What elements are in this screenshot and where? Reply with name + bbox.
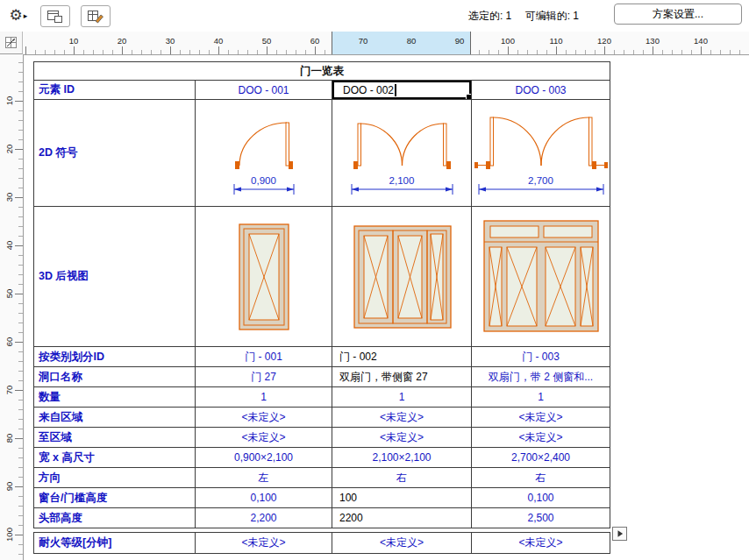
row-label-sill-height[interactable]: 窗台/门槛高度	[34, 488, 196, 508]
row-label-from-zone[interactable]: 来自区域	[34, 408, 196, 428]
row-label-to-zone[interactable]: 至区域	[34, 428, 196, 448]
ruler-label: 130	[644, 36, 661, 46]
row-label-3d-view[interactable]: 3D 后视图	[34, 207, 196, 347]
scroll-right-button[interactable]	[612, 527, 627, 541]
row-label-element-id[interactable]: 元素 ID	[34, 81, 196, 100]
cell-to-zone-2[interactable]: <未定义>	[332, 428, 472, 448]
row-label-opening-name[interactable]: 洞口名称	[34, 367, 196, 387]
ruler-label: 100	[4, 526, 15, 543]
cell-fire-rating-1[interactable]: <未定义>	[196, 533, 332, 554]
ruler-label: 10	[65, 36, 82, 46]
ruler-label: 40	[210, 36, 227, 46]
cell-element-id-2-editing[interactable]: DOO - 002	[332, 81, 472, 100]
cell-orientation-2[interactable]: 右	[332, 468, 472, 488]
ruler-label: 50	[258, 36, 275, 46]
row-label-id-by-type[interactable]: 按类别划分ID	[34, 347, 196, 367]
row-label-width-height[interactable]: 宽 x 高尺寸	[34, 448, 196, 468]
dimension-label: 0,900	[196, 175, 332, 186]
cell-orientation-1[interactable]: 左	[196, 468, 332, 488]
ruler-label: 110	[547, 36, 565, 46]
cell-quantity-3[interactable]: 1	[472, 387, 610, 408]
cell-width-height-1[interactable]: 0,900×2,100	[196, 448, 332, 468]
ruler-origin-icon	[4, 36, 18, 50]
cell-element-id-1[interactable]: DOO - 001	[196, 81, 332, 100]
cell-2d-symbol-1[interactable]: 0,900	[196, 100, 332, 207]
cell-from-zone-3[interactable]: <未定义>	[472, 408, 610, 428]
format-options-button[interactable]	[81, 5, 111, 27]
ruler-label: 70	[354, 36, 372, 46]
row-label-head-height[interactable]: 头部高度	[34, 508, 196, 528]
row-label-2d-symbol[interactable]: 2D 符号	[34, 100, 196, 207]
cell-fire-rating-2[interactable]: <未定义>	[332, 533, 472, 554]
cell-head-height-2[interactable]: 2200	[332, 508, 472, 528]
ruler-label: 30	[4, 188, 15, 206]
ruler-label: 30	[161, 36, 179, 46]
cell-head-height-3[interactable]: 2,500	[472, 508, 610, 528]
ruler-label: 70	[4, 381, 15, 399]
cell-3d-view-3[interactable]	[472, 207, 610, 347]
vertical-ruler[interactable]: 10 20 30 40 50 60 70 80 90 100	[0, 54, 24, 560]
cell-opening-name-2[interactable]: 双扇门，带侧窗 27	[332, 367, 472, 387]
horizontal-ruler[interactable]: 10 20 30 40 50 60 70 80 90 100 110 120 1…	[0, 32, 749, 55]
row-label-quantity[interactable]: 数量	[34, 387, 196, 408]
cell-3d-view-2[interactable]	[332, 207, 472, 347]
row-label-fire-rating[interactable]: 耐火等级[分钟]	[34, 533, 196, 554]
ruler-label: 80	[403, 36, 420, 46]
cell-width-height-2[interactable]: 2,100×2,100	[332, 448, 472, 468]
cell-sill-height-2[interactable]: 100	[332, 488, 472, 508]
selected-count: 1	[506, 10, 512, 22]
cell-sill-height-3[interactable]: 0,100	[472, 488, 610, 508]
editable-label: 可编辑的:	[525, 10, 570, 22]
door-3d-view-single	[196, 207, 332, 347]
dimension-label: 2,700	[472, 175, 610, 186]
ruler-label: 90	[4, 478, 15, 495]
selected-label: 选定的:	[468, 10, 503, 22]
cell-sill-height-1[interactable]: 0,100	[196, 488, 332, 508]
cell-2d-symbol-2[interactable]: 2,100	[332, 100, 472, 207]
door-schedule-table-continued: 耐火等级[分钟] <未定义> <未定义> <未定义>	[33, 532, 610, 554]
dimension-label: 2,100	[332, 175, 471, 186]
cell-id-by-type-3[interactable]: 门 - 003	[472, 347, 610, 367]
door-3d-view-double-sidelight	[332, 207, 472, 347]
ruler-label: 140	[692, 36, 710, 46]
cell-element-id-3[interactable]: DOO - 003	[472, 81, 610, 100]
dropdown-arrow-icon: ▸	[24, 11, 28, 20]
ruler-label: 40	[4, 237, 15, 254]
schedule-title[interactable]: 门一览表	[34, 62, 610, 81]
toolbar: ⚙ ▸ 选定的: 1 可编辑的: 1 方案设置...	[0, 0, 749, 32]
ruler-label: 10	[4, 92, 15, 110]
scheme-settings-button[interactable]: 方案设置...	[614, 4, 742, 25]
cell-from-zone-1[interactable]: <未定义>	[196, 408, 332, 428]
right-arrow-icon	[616, 529, 624, 538]
cell-opening-name-1[interactable]: 门 27	[196, 367, 332, 387]
cell-2d-symbol-3[interactable]: 2,700	[472, 100, 610, 207]
gear-icon: ⚙	[10, 8, 23, 23]
cell-id-by-type-1[interactable]: 门 - 001	[196, 347, 332, 367]
ruler-label: 60	[306, 36, 324, 46]
selection-handle[interactable]	[466, 94, 472, 100]
cell-width-height-3[interactable]: 2,700×2,400	[472, 448, 610, 468]
row-label-orientation[interactable]: 方向	[34, 468, 196, 488]
ruler-origin-button[interactable]	[0, 32, 23, 54]
cell-head-height-1[interactable]: 2,200	[196, 508, 332, 528]
cell-opening-name-3[interactable]: 双扇门，带 2 侧窗和...	[472, 367, 610, 387]
cell-fire-rating-3[interactable]: <未定义>	[472, 533, 610, 554]
ruler-label: 80	[4, 429, 15, 447]
layout-options-button[interactable]	[40, 5, 70, 27]
cell-to-zone-3[interactable]: <未定义>	[472, 428, 610, 448]
schedule-window: ⚙ ▸ 选定的: 1 可编辑的: 1 方案设置...	[0, 0, 749, 560]
ruler-label: 20	[4, 140, 15, 158]
ruler-label: 100	[499, 36, 517, 46]
cell-id-by-type-2[interactable]: 门 - 002	[332, 347, 472, 367]
cell-quantity-2[interactable]: 1	[332, 387, 472, 408]
cell-to-zone-1[interactable]: <未定义>	[196, 428, 332, 448]
edit-text: DOO - 002	[343, 84, 394, 96]
door-2d-symbol-single	[196, 100, 332, 207]
format-pencil-icon	[87, 9, 104, 25]
scheme-settings-menu-button[interactable]: ⚙ ▸	[4, 4, 33, 27]
door-2d-symbol-double-sidelights	[472, 100, 610, 207]
cell-3d-view-1[interactable]	[196, 207, 332, 347]
cell-from-zone-2[interactable]: <未定义>	[332, 408, 472, 428]
cell-quantity-1[interactable]: 1	[196, 387, 332, 408]
cell-orientation-3[interactable]: 右	[472, 468, 610, 488]
